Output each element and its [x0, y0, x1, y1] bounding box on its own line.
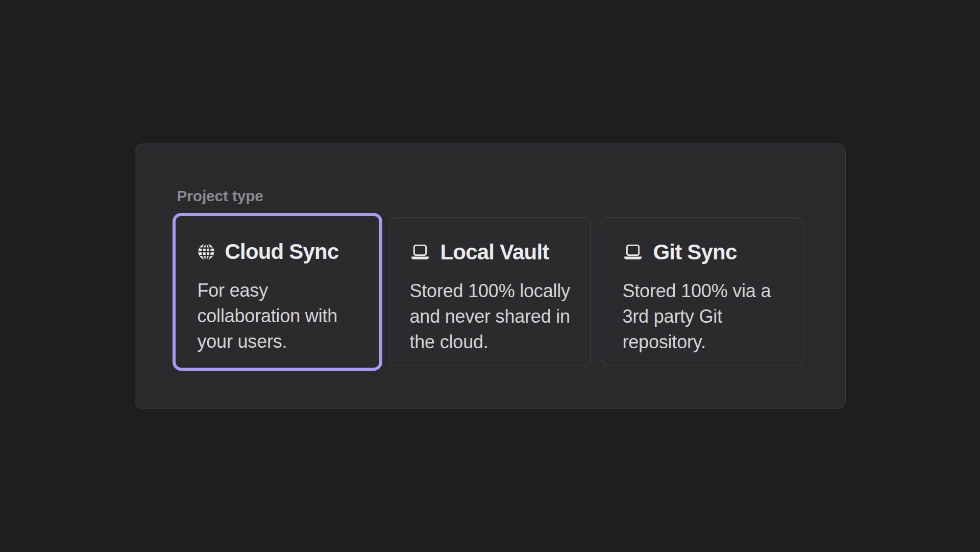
card-header: Git Sync — [623, 239, 793, 265]
project-type-label: Project type — [177, 187, 803, 205]
project-type-option-git-sync[interactable]: Git Sync Stored 100% via a 3rd party Git… — [602, 218, 803, 366]
card-header: Cloud Sync — [198, 239, 368, 265]
card-description: For easy collaboration with your users. — [198, 278, 368, 354]
project-type-option-local-vault[interactable]: Local Vault Stored 100% locally and neve… — [389, 218, 591, 366]
globe-icon — [198, 243, 215, 260]
laptop-icon — [623, 244, 643, 260]
laptop-icon — [410, 244, 430, 260]
project-type-panel: Project type Clo — [135, 143, 846, 409]
card-title: Cloud Sync — [225, 241, 339, 262]
card-header: Local Vault — [410, 239, 580, 265]
card-description: Stored 100% via a 3rd party Git reposito… — [623, 278, 793, 355]
project-type-options: Cloud Sync For easy collaboration with y… — [177, 218, 803, 366]
card-description: Stored 100% locally and never shared in … — [410, 278, 580, 355]
project-type-option-cloud-sync[interactable]: Cloud Sync For easy collaboration with y… — [173, 213, 382, 371]
card-title: Local Vault — [440, 242, 549, 263]
card-title: Git Sync — [653, 242, 737, 263]
